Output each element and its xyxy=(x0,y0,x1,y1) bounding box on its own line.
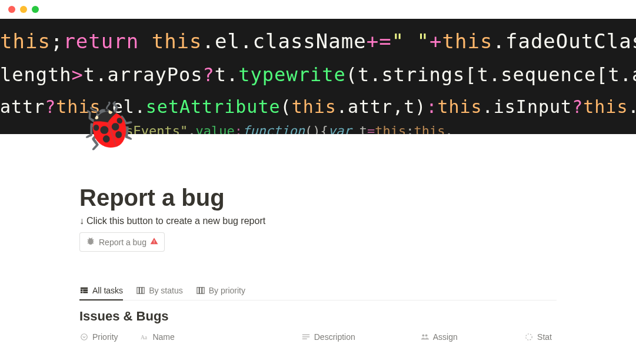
bug-icon xyxy=(86,236,95,248)
column-header-priority[interactable]: Priority xyxy=(79,329,139,345)
view-tab-label: By status xyxy=(149,286,183,295)
column-label: Name xyxy=(152,332,174,342)
svg-point-13 xyxy=(526,334,532,340)
page-icon[interactable]: 🐞 xyxy=(79,103,136,149)
view-tab-all-tasks[interactable]: All tasks xyxy=(79,286,123,300)
svg-rect-9 xyxy=(302,336,309,337)
svg-point-12 xyxy=(425,334,427,336)
database-title[interactable]: Issues & Bugs xyxy=(79,309,557,324)
page-title[interactable]: Report a bug xyxy=(79,185,557,211)
cover-code-line: length>t.arrayPos?t.typewrite(t.strings[… xyxy=(0,64,636,86)
svg-point-6 xyxy=(81,334,88,340)
cover-code-line: this;return this.el.className+=" "+this.… xyxy=(0,29,636,53)
maximize-window-button[interactable] xyxy=(32,6,39,13)
svg-rect-0 xyxy=(137,288,139,294)
report-bug-button[interactable]: Report a bug xyxy=(79,232,165,252)
svg-rect-5 xyxy=(202,288,204,294)
status-icon xyxy=(524,332,534,342)
svg-rect-3 xyxy=(197,288,199,294)
database-views: All tasks By status By priority xyxy=(79,286,557,300)
cover-code-line: usEvents",value:function(){var t=this;th… xyxy=(118,123,453,134)
view-tab-label: All tasks xyxy=(92,286,123,295)
warning-icon xyxy=(150,237,158,247)
column-header-assign[interactable]: Assign xyxy=(420,329,524,345)
view-tab-by-priority[interactable]: By priority xyxy=(196,286,245,300)
text-icon: Aa xyxy=(139,332,149,342)
svg-rect-1 xyxy=(139,288,142,294)
down-arrow-icon: ↓ xyxy=(79,216,84,226)
column-header-status[interactable]: Stat xyxy=(524,329,557,345)
window-titlebar xyxy=(0,0,636,19)
svg-rect-10 xyxy=(302,339,307,339)
table-header-row: Priority Aa Name Description Assign Stat xyxy=(79,329,557,345)
page-content: Report a bug ↓ Click this button to crea… xyxy=(0,134,636,345)
view-tab-label: By priority xyxy=(209,286,245,295)
svg-rect-2 xyxy=(142,288,145,294)
svg-point-11 xyxy=(422,334,424,336)
table-icon xyxy=(79,286,89,295)
column-label: Description xyxy=(314,332,355,342)
lines-icon xyxy=(301,332,311,342)
minimize-window-button[interactable] xyxy=(20,6,27,13)
column-label: Priority xyxy=(92,332,118,342)
column-label: Stat xyxy=(537,332,552,342)
select-icon xyxy=(79,332,89,342)
page-subtitle[interactable]: ↓ Click this button to create a new bug … xyxy=(79,216,557,226)
column-header-name[interactable]: Aa Name xyxy=(139,329,301,345)
close-window-button[interactable] xyxy=(8,6,15,13)
column-header-description[interactable]: Description xyxy=(301,329,420,345)
svg-rect-8 xyxy=(302,335,309,335)
board-icon xyxy=(136,286,145,295)
view-tab-by-status[interactable]: By status xyxy=(136,286,183,300)
board-icon xyxy=(196,286,205,295)
column-label: Assign xyxy=(433,332,458,342)
people-icon xyxy=(420,332,429,342)
subtitle-text: Click this button to create a new bug re… xyxy=(86,216,265,226)
svg-rect-4 xyxy=(199,288,202,294)
button-label: Report a bug xyxy=(99,238,146,247)
svg-text:Aa: Aa xyxy=(141,334,148,340)
